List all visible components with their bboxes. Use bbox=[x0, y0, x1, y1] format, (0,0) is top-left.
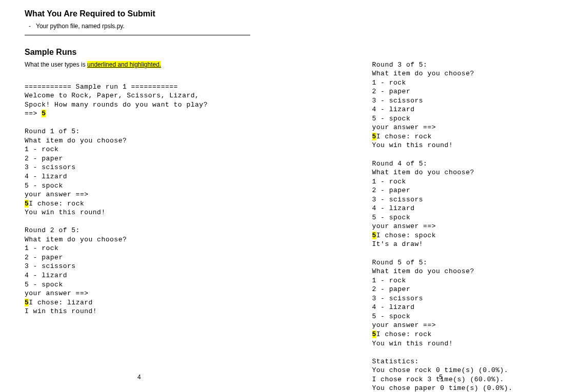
round4-chose: I chose: spock bbox=[376, 232, 436, 239]
round3-opt-2: 2 - paper bbox=[372, 88, 411, 95]
round1-chose: I chose: rock bbox=[29, 200, 84, 208]
round2-opt-4: 4 - lizard bbox=[25, 272, 67, 279]
top-input: 5 bbox=[42, 110, 46, 117]
welcome-line-2: Spock! How many rounds do you want to pl… bbox=[25, 101, 208, 109]
round1-opt-3: 3 - scissors bbox=[25, 163, 76, 171]
round3-prompt: your answer ==> bbox=[372, 123, 436, 131]
round3-opt-5: 5 - spock bbox=[372, 115, 411, 122]
round3-opt-1: 1 - rock bbox=[372, 79, 406, 87]
round5-opt-3: 3 - scissors bbox=[372, 295, 424, 302]
sample-output-right: Round 3 of 5: What item do you choose? 1… bbox=[372, 51, 560, 392]
round3-opt-3: 3 - scissors bbox=[372, 97, 424, 105]
round4-opt-2: 2 - paper bbox=[372, 187, 411, 194]
round5-input: 5 bbox=[372, 331, 376, 338]
round4-prompt: your answer ==> bbox=[372, 222, 436, 230]
round1-result: You win this round! bbox=[25, 209, 106, 216]
stats-line-2: I chose rock 3 time(s) (60.0%). bbox=[372, 376, 504, 383]
round3-question: What item do you choose? bbox=[372, 70, 474, 77]
round2-opt-3: 3 - scissors bbox=[25, 262, 76, 270]
round2-result: I win this round! bbox=[25, 307, 97, 315]
run-header: =========== Sample run 1 =========== bbox=[25, 83, 178, 91]
round3-result: You win this round! bbox=[372, 141, 453, 149]
section-rule bbox=[25, 35, 250, 35]
page-right: Round 3 of 5: What item do you choose? 1… bbox=[290, 0, 581, 392]
intro-pre: What the user types is bbox=[25, 61, 87, 68]
round1-opt-2: 2 - paper bbox=[25, 155, 63, 162]
intro-highlight: underlined and highlighted. bbox=[87, 61, 161, 68]
round2-title: Round 2 of 5: bbox=[25, 226, 80, 234]
round3-title: Round 3 of 5: bbox=[372, 61, 428, 69]
round5-question: What item do you choose? bbox=[372, 267, 474, 275]
round3-input: 5 bbox=[372, 133, 376, 140]
round4-opt-5: 5 - spock bbox=[372, 214, 411, 221]
round4-result: It's a draw! bbox=[372, 240, 424, 248]
round1-prompt: your answer ==> bbox=[25, 191, 89, 198]
submit-bullet: Your python file, named rpsls.py. bbox=[36, 23, 270, 30]
round4-title: Round 4 of 5: bbox=[372, 160, 428, 168]
stats-line-3: You chose paper 0 time(s) (0.0%). bbox=[372, 384, 513, 392]
round4-question: What item do you choose? bbox=[372, 169, 474, 176]
top-prompt: ==> bbox=[25, 110, 42, 117]
round4-input: 5 bbox=[372, 232, 376, 239]
stats-title: Statistics: bbox=[372, 358, 419, 365]
round2-chose: I chose: lizard bbox=[29, 299, 93, 306]
round2-prompt: your answer ==> bbox=[25, 290, 89, 297]
round1-question: What item do you choose? bbox=[25, 137, 127, 145]
round2-opt-5: 5 - spock bbox=[25, 281, 63, 288]
round1-opt-1: 1 - rock bbox=[25, 146, 58, 153]
round4-opt-1: 1 - rock bbox=[372, 178, 406, 185]
round2-opt-1: 1 - rock bbox=[25, 244, 58, 252]
round5-opt-5: 5 - spock bbox=[372, 313, 411, 320]
intro-line: What the user types is underlined and hi… bbox=[25, 61, 270, 68]
round3-chose: I chose: rock bbox=[376, 133, 432, 140]
round5-title: Round 5 of 5: bbox=[372, 259, 428, 266]
heading-sample-runs: Sample Runs bbox=[25, 48, 270, 57]
round5-opt-1: 1 - rock bbox=[372, 277, 406, 284]
round5-chose: I chose: rock bbox=[376, 331, 432, 338]
welcome-line-1: Welcome to Rock, Paper, Scissors, Lizard… bbox=[25, 92, 199, 99]
round1-title: Round 1 of 5: bbox=[25, 128, 80, 135]
stats-line-1: You chose rock 0 time(s) (0.0%). bbox=[372, 366, 509, 374]
round5-opt-2: 2 - paper bbox=[372, 285, 411, 293]
round5-prompt: your answer ==> bbox=[372, 321, 436, 329]
round5-opt-4: 4 - lizard bbox=[372, 303, 415, 311]
round3-opt-4: 4 - lizard bbox=[372, 106, 415, 113]
heading-submit: What You Are Required to Submit bbox=[25, 9, 270, 18]
round4-opt-4: 4 - lizard bbox=[372, 204, 415, 212]
page-number-left: 4 bbox=[137, 374, 141, 381]
sample-output-left: =========== Sample run 1 =========== Wel… bbox=[25, 73, 270, 316]
round1-opt-5: 5 - spock bbox=[25, 182, 63, 190]
round2-question: What item do you choose? bbox=[25, 236, 127, 243]
document-spread: What You Are Required to Submit Your pyt… bbox=[0, 0, 580, 392]
round4-opt-3: 3 - scissors bbox=[372, 196, 424, 203]
round1-opt-4: 4 - lizard bbox=[25, 173, 67, 180]
page-number-right: 5 bbox=[439, 374, 443, 381]
round2-opt-2: 2 - paper bbox=[25, 254, 63, 261]
page-left: What You Are Required to Submit Your pyt… bbox=[0, 0, 290, 392]
round5-result: You win this round! bbox=[372, 340, 453, 347]
